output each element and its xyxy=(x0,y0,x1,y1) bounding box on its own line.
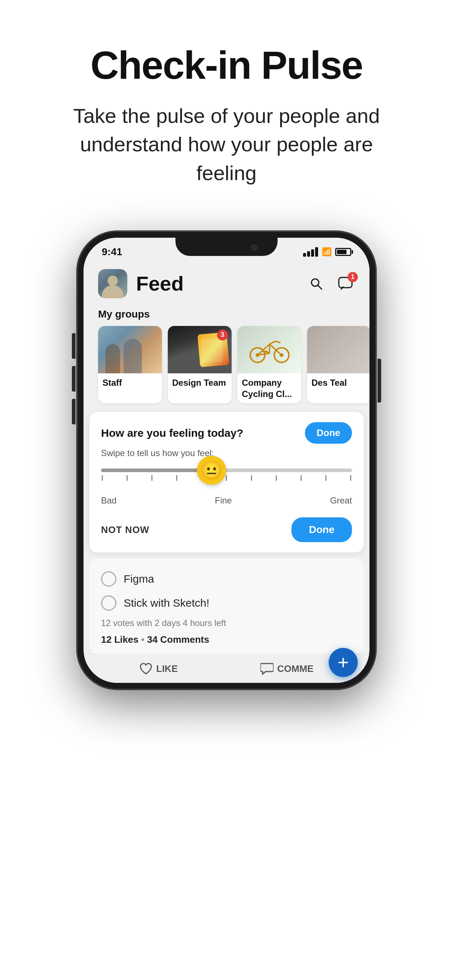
fab-add-button[interactable]: + xyxy=(329,648,358,677)
hero-title: Check-in Pulse xyxy=(29,44,424,87)
comment-button[interactable]: COMME xyxy=(260,662,314,675)
comment-label: COMME xyxy=(277,663,314,675)
hero-subtitle: Take the pulse of your people and unders… xyxy=(62,102,391,188)
signal-icon xyxy=(303,247,318,257)
emoji-thumb: 😐 xyxy=(197,456,226,485)
group-name-design: Design Team xyxy=(168,373,231,392)
status-icons: 📶 xyxy=(303,247,351,257)
poll-option-sketch[interactable]: Stick with Sketch! xyxy=(101,591,352,615)
wifi-icon: 📶 xyxy=(322,247,332,257)
bottom-action-bar: LIKE COMME + xyxy=(83,654,370,683)
like-label: LIKE xyxy=(156,663,178,675)
phone-shell: 9:41 📶 xyxy=(77,231,376,689)
group-image-des-teal xyxy=(307,326,370,373)
checkin-actions: NOT NOW Done xyxy=(101,517,352,542)
group-name-staff: Staff xyxy=(98,373,162,392)
radio-sketch[interactable] xyxy=(101,595,116,611)
poll-meta: 12 votes with 2 days 4 hours left xyxy=(101,618,352,628)
groups-scroll[interactable]: Staff Design Team 3 xyxy=(83,326,370,412)
plus-icon: + xyxy=(338,653,349,672)
header-icons: 1 xyxy=(307,274,355,293)
groups-section-label: My groups xyxy=(83,304,370,326)
svg-line-12 xyxy=(275,341,281,343)
slider-label-bad: Bad xyxy=(101,495,117,506)
poll-option-text-figma: Figma xyxy=(124,573,154,585)
phone-screen: 9:41 📶 xyxy=(83,238,370,683)
radio-figma[interactable] xyxy=(101,571,116,587)
feeling-slider[interactable]: 😐 xyxy=(101,468,352,472)
comments-count: 34 Comments xyxy=(147,634,209,645)
post-stats: 12 Likes • 34 Comments xyxy=(101,634,352,645)
done-button-bottom[interactable]: Done xyxy=(292,517,352,542)
slider-labels: Bad Fine Great xyxy=(101,495,352,506)
svg-line-11 xyxy=(270,341,275,344)
not-now-button[interactable]: NOT NOW xyxy=(101,524,150,536)
checkin-card: How are you feeling today? Done Swipe to… xyxy=(89,412,364,552)
poll-option-text-sketch: Stick with Sketch! xyxy=(124,597,209,609)
checkin-header: How are you feeling today? Done xyxy=(101,422,352,444)
slider-ticks xyxy=(101,475,352,481)
svg-line-8 xyxy=(270,344,282,355)
hero-section: Check-in Pulse Take the pulse of your pe… xyxy=(0,0,453,209)
slider-label-fine: Fine xyxy=(215,495,232,506)
phone-mockup: 9:41 📶 xyxy=(77,231,376,689)
checkin-subtitle: Swipe to tell us how you feel: xyxy=(101,448,352,458)
group-image-cycling xyxy=(238,326,301,373)
slider-track xyxy=(101,468,352,472)
like-button[interactable]: LIKE xyxy=(139,662,178,675)
feed-title: Feed xyxy=(136,272,307,295)
phone-notch xyxy=(175,238,278,256)
group-image-staff xyxy=(98,326,162,373)
status-time: 9:41 xyxy=(102,246,122,258)
likes-count: 12 Likes xyxy=(101,634,139,645)
feed-header: Feed 1 xyxy=(83,263,370,304)
done-button-top[interactable]: Done xyxy=(305,422,352,444)
avatar[interactable] xyxy=(98,269,127,298)
poll-card: Figma Stick with Sketch! 12 votes with 2… xyxy=(89,558,364,654)
chat-button[interactable]: 1 xyxy=(336,274,355,293)
svg-line-1 xyxy=(318,285,322,289)
chat-badge: 1 xyxy=(348,272,358,282)
stats-separator: • xyxy=(141,634,147,645)
group-card-design[interactable]: Design Team 3 xyxy=(168,326,231,403)
group-card-des-teal[interactable]: Des Teal xyxy=(307,326,370,403)
search-button[interactable] xyxy=(307,274,326,293)
poll-option-figma[interactable]: Figma xyxy=(101,567,352,591)
checkin-title: How are you feeling today? xyxy=(101,427,243,439)
camera-dot xyxy=(251,244,257,251)
group-name-cycling: Company Cycling Cl... xyxy=(238,373,301,403)
group-name-des-teal: Des Teal xyxy=(307,373,370,392)
group-card-cycling[interactable]: Company Cycling Cl... xyxy=(238,326,301,403)
battery-icon xyxy=(335,248,351,256)
group-badge-design: 3 xyxy=(217,329,228,340)
slider-label-great: Great xyxy=(330,495,352,506)
group-card-staff[interactable]: Staff xyxy=(98,326,162,403)
